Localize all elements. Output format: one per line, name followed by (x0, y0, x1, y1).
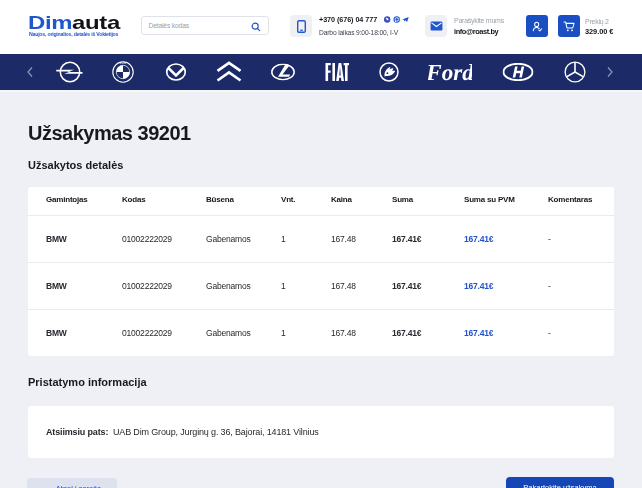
svg-text:BMW: BMW (119, 61, 127, 65)
svg-text:Ford: Ford (428, 61, 472, 83)
